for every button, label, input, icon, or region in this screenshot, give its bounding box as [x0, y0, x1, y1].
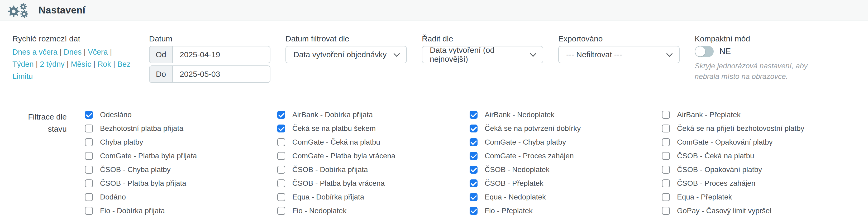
quick-range-link[interactable]: Týden: [12, 60, 34, 68]
quick-range-link[interactable]: Dnes: [64, 48, 82, 56]
status-checkbox-row[interactable]: Odesláno: [85, 111, 259, 119]
checkbox-unchecked[interactable]: [662, 111, 670, 119]
checkbox-checked[interactable]: [277, 125, 285, 132]
checkbox-unchecked[interactable]: [277, 152, 285, 160]
checkbox-unchecked[interactable]: [662, 193, 670, 201]
exported-select[interactable]: --- Nefiltrovat ---: [558, 46, 680, 63]
quick-range-link[interactable]: 2 týdny: [40, 60, 65, 68]
date-filter-by-select[interactable]: Data vytvoření objednávky: [285, 46, 407, 63]
checkbox-unchecked[interactable]: [85, 138, 93, 146]
status-checkbox-row[interactable]: Chyba platby: [85, 138, 259, 146]
status-checkbox-row[interactable]: Bezhotostní platba přijata: [85, 125, 259, 132]
status-checkbox-row[interactable]: ČSOB - Chyba platby: [85, 166, 259, 174]
quick-range-links: Dnes a včera | Dnes | Včera | Týden | 2 …: [12, 46, 132, 82]
status-checkbox-row[interactable]: Dodáno: [85, 193, 259, 201]
status-filter-column: AirBank - NedoplatekČeká se na potvrzení…: [470, 111, 644, 219]
status-checkbox-row[interactable]: ComGate - Opakování platby: [662, 138, 836, 146]
checkbox-label: ČSOB - Nedoplatek: [485, 165, 550, 174]
checkbox-checked[interactable]: [470, 207, 477, 215]
status-checkbox-row[interactable]: ČSOB - Přeplatek: [470, 180, 644, 187]
date-filter-by-field: Datum filtrovat dle Data vytvoření objed…: [285, 34, 407, 63]
status-checkbox-row[interactable]: ComGate - Chyba platby: [470, 138, 644, 146]
checkbox-unchecked[interactable]: [85, 152, 93, 160]
quick-range-link[interactable]: Včera: [88, 48, 108, 56]
checkbox-unchecked[interactable]: [85, 166, 93, 174]
checkbox-unchecked[interactable]: [277, 166, 285, 174]
checkbox-unchecked[interactable]: [662, 207, 670, 215]
checkbox-unchecked[interactable]: [85, 207, 93, 215]
status-checkbox-row[interactable]: ComGate - Platba byla přijata: [85, 152, 259, 160]
quick-range-link[interactable]: Měsíc: [71, 60, 91, 68]
checkbox-checked[interactable]: [470, 180, 477, 187]
status-checkbox-row[interactable]: Equa - Dobírka přijata: [277, 193, 452, 201]
status-checkbox-row[interactable]: Equa - Přeplatek: [662, 193, 836, 201]
status-checkbox-row[interactable]: ComGate - Čeká na platbu: [277, 138, 452, 146]
status-checkbox-row[interactable]: Fio - Nedoplatek: [277, 207, 452, 215]
checkbox-checked[interactable]: [470, 166, 477, 174]
checkbox-unchecked[interactable]: [662, 125, 670, 132]
checkbox-unchecked[interactable]: [662, 166, 670, 174]
status-checkbox-row[interactable]: Čeká se na potvrzení dobírky: [470, 125, 644, 132]
settings-panel: Rychlé rozmezí dat Dnes a včera | Dnes |…: [0, 21, 868, 219]
checkbox-checked[interactable]: [470, 138, 477, 146]
date-to-prefix: Do: [150, 66, 173, 82]
date-to-input[interactable]: 2025-05-03: [173, 66, 270, 82]
checkbox-checked[interactable]: [85, 111, 93, 119]
link-separator: |: [82, 48, 88, 56]
status-checkbox-row[interactable]: ČSOB - Nedoplatek: [470, 166, 644, 174]
status-checkbox-row[interactable]: GoPay - Časový limit vypršel: [662, 207, 836, 215]
checkbox-label: ComGate - Chyba platby: [485, 138, 566, 147]
status-checkbox-row[interactable]: AirBank - Přeplatek: [662, 111, 836, 119]
checkbox-unchecked[interactable]: [277, 193, 285, 201]
status-checkbox-row[interactable]: ComGate - Proces zahájen: [470, 152, 644, 160]
checkbox-unchecked[interactable]: [85, 125, 93, 132]
checkbox-label: Fio - Přeplatek: [485, 207, 533, 215]
checkbox-unchecked[interactable]: [277, 138, 285, 146]
gears-icon: [7, 2, 32, 18]
checkbox-checked[interactable]: [277, 111, 285, 119]
quick-range-link[interactable]: Dnes a včera: [12, 48, 58, 56]
date-from-input[interactable]: 2025-04-19: [173, 46, 270, 63]
checkbox-label: ComGate - Proces zahájen: [485, 152, 574, 160]
status-checkbox-row[interactable]: Čeká se na platbu šekem: [277, 125, 452, 132]
status-checkbox-row[interactable]: Čeká se na přijetí bezhotovostní platby: [662, 125, 836, 132]
checkbox-checked[interactable]: [470, 193, 477, 201]
checkbox-unchecked[interactable]: [662, 152, 670, 160]
checkbox-unchecked[interactable]: [277, 180, 285, 187]
status-checkbox-row[interactable]: ČSOB - Platba byla vrácena: [277, 180, 452, 187]
date-field: Datum Od 2025-04-19 Do 2025-05-03: [149, 34, 271, 83]
checkbox-unchecked[interactable]: [662, 138, 670, 146]
toggle-knob: [695, 46, 705, 57]
status-checkbox-row[interactable]: ČSOB - Proces zahájen: [662, 180, 836, 187]
checkbox-checked[interactable]: [470, 125, 477, 132]
status-checkbox-row[interactable]: Equa - Nedoplatek: [470, 193, 644, 201]
compact-mode-field: Kompaktní mód NE Skryje jednorázová nast…: [695, 34, 827, 82]
checkbox-checked[interactable]: [470, 152, 477, 160]
link-separator: |: [58, 48, 64, 56]
checkbox-unchecked[interactable]: [277, 207, 285, 215]
status-checkbox-row[interactable]: ČSOB - Čeká na platbu: [662, 152, 836, 160]
checkbox-unchecked[interactable]: [662, 180, 670, 187]
status-filter-column: AirBank - Dobírka přijataČeká se na plat…: [277, 111, 452, 219]
chevron-down-icon: [530, 51, 536, 57]
status-checkbox-row[interactable]: AirBank - Dobírka přijata: [277, 111, 452, 119]
status-checkbox-row[interactable]: AirBank - Nedoplatek: [470, 111, 644, 119]
quick-range-link[interactable]: Rok: [97, 60, 111, 68]
checkbox-checked[interactable]: [470, 111, 477, 119]
status-checkbox-row[interactable]: Fio - Přeplatek: [470, 207, 644, 215]
settings-header: Nastavení: [0, 0, 868, 21]
status-checkbox-row[interactable]: ČSOB - Dobírka přijata: [277, 166, 452, 174]
sort-by-label: Řadit dle: [422, 34, 543, 44]
page-title: Nastavení: [38, 5, 86, 16]
status-checkbox-row[interactable]: Fio - Dobírka přijata: [85, 207, 259, 215]
checkbox-label: Equa - Dobírka přijata: [292, 193, 364, 201]
quick-range-field: Rychlé rozmezí dat Dnes a včera | Dnes |…: [12, 34, 132, 82]
checkbox-unchecked[interactable]: [85, 193, 93, 201]
checkbox-unchecked[interactable]: [85, 180, 93, 187]
status-checkbox-row[interactable]: ČSOB - Opakování platby: [662, 166, 836, 174]
compact-mode-toggle[interactable]: [695, 46, 714, 57]
status-checkbox-row[interactable]: ComGate - Platba byla vrácena: [277, 152, 452, 160]
status-checkbox-row[interactable]: ČSOB - Platba byla přijata: [85, 180, 259, 187]
sort-by-select[interactable]: Data vytvoření (od nejnovější): [422, 46, 543, 63]
checkbox-label: Bezhotostní platba přijata: [100, 124, 183, 133]
